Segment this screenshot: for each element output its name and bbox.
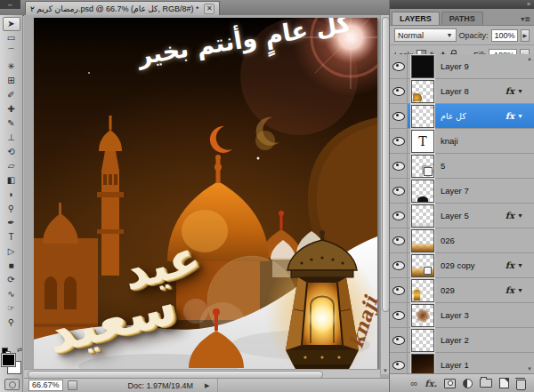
default-colors-icon[interactable] — [2, 348, 8, 354]
document-canvas[interactable]: كُل عامٍ وأنتم بخير عيد سعيد knaji — [34, 18, 377, 373]
layer-row[interactable]: 026 fx ▼ — [390, 228, 534, 253]
tool-button[interactable]: ◗ — [3, 188, 20, 202]
layer-row[interactable]: Layer 2 fx ▼ — [390, 328, 534, 353]
layer-visibility-cell[interactable] — [390, 104, 408, 128]
layer-thumbnail[interactable] — [411, 180, 434, 203]
tool-button[interactable]: ➤ — [3, 17, 20, 31]
eye-icon[interactable] — [392, 236, 405, 245]
zoom-level-field[interactable]: 66.67% — [28, 380, 63, 391]
canvas-horizontal-scrollbar[interactable] — [24, 369, 380, 378]
layer-name[interactable]: كل عام — [438, 111, 506, 121]
eye-icon[interactable] — [392, 311, 405, 320]
layer-row[interactable]: Layer 7 fx ▼ — [390, 179, 534, 204]
status-options-arrow-icon[interactable]: ▶ — [205, 382, 209, 389]
tool-button[interactable]: ∿ — [3, 287, 20, 301]
tab-close-icon[interactable]: ✕ — [204, 4, 214, 14]
tool-button[interactable]: ⊞ — [3, 74, 20, 88]
fx-expand-icon[interactable]: ▼ — [517, 88, 523, 94]
fx-expand-icon[interactable]: ▼ — [517, 113, 523, 119]
fx-expand-icon[interactable]: ▼ — [517, 287, 523, 293]
layer-thumbnail[interactable] — [411, 354, 434, 374]
layer-row[interactable]: 029 copy fx ▼ — [390, 253, 534, 278]
layer-style-indicator[interactable]: fx ▼ — [506, 211, 534, 220]
panel-collapse-icon[interactable]: » — [390, 0, 534, 9]
opacity-value-field[interactable]: 100% — [491, 29, 518, 42]
layer-visibility-cell[interactable] — [390, 204, 408, 228]
layer-row[interactable]: T knaji fx ▼ — [390, 129, 534, 154]
tool-button[interactable]: ◧ — [3, 173, 20, 188]
tool-button[interactable]: ▭ — [3, 31, 20, 45]
add-layer-mask-icon[interactable] — [444, 379, 456, 388]
quick-mask-button[interactable] — [4, 379, 20, 390]
tool-button[interactable]: ⟲ — [3, 145, 20, 159]
layer-visibility-cell[interactable] — [390, 303, 408, 327]
tool-button[interactable]: ✒ — [3, 216, 20, 230]
layer-name[interactable]: Layer 9 — [438, 61, 506, 71]
layer-visibility-cell[interactable] — [390, 154, 408, 178]
foreground-color-swatch[interactable] — [2, 354, 15, 366]
layer-visibility-cell[interactable] — [390, 328, 408, 352]
eye-icon[interactable] — [392, 162, 405, 171]
opacity-spinner-icon[interactable]: ▶ — [521, 29, 530, 42]
link-layers-icon[interactable]: ∞ — [410, 374, 417, 392]
tool-button[interactable]: T — [3, 230, 20, 244]
layer-visibility-cell[interactable] — [390, 129, 408, 153]
layer-thumbnail[interactable] — [411, 329, 434, 352]
tab-layers[interactable]: LAYERS — [392, 12, 440, 25]
layer-name[interactable]: Layer 5 — [438, 211, 506, 220]
layer-style-indicator[interactable]: fx ▼ — [506, 86, 534, 96]
layers-scroll-down-icon[interactable]: ▼ — [527, 366, 532, 372]
layer-thumbnail[interactable] — [411, 254, 434, 277]
layer-visibility-cell[interactable] — [390, 79, 408, 103]
layer-row[interactable]: 029 fx ▼ — [390, 278, 534, 303]
toolbar-collapse-icon[interactable]: ↔ — [0, 0, 20, 9]
blend-mode-select[interactable]: Normal ▼ — [394, 28, 457, 42]
eye-icon[interactable] — [392, 261, 405, 270]
layer-thumbnail[interactable] — [411, 55, 434, 78]
layer-thumbnail[interactable] — [411, 304, 434, 327]
layer-thumbnail[interactable] — [411, 155, 434, 178]
layer-name[interactable]: knaji — [438, 136, 506, 146]
eye-icon[interactable] — [392, 361, 405, 370]
panel-menu-icon[interactable]: ▾≣ — [521, 15, 534, 25]
tool-button[interactable]: ▷ — [3, 244, 20, 259]
layer-thumbnail[interactable] — [411, 204, 434, 228]
tool-button[interactable]: ⊥ — [3, 131, 20, 145]
layer-name[interactable]: 026 — [438, 236, 506, 245]
layer-name[interactable]: Layer 3 — [438, 310, 506, 320]
delete-layer-icon[interactable] — [516, 380, 526, 390]
layer-row[interactable]: Layer 3 fx ▼ — [390, 303, 534, 328]
tool-button[interactable]: ⌒ — [3, 45, 20, 60]
layer-row[interactable]: Layer 1 fx ▼ — [390, 353, 534, 373]
new-layer-icon[interactable] — [499, 378, 509, 388]
new-group-icon[interactable] — [480, 379, 492, 388]
tool-button[interactable]: ⚲ — [3, 202, 20, 216]
layer-style-indicator[interactable]: fx ▼ — [506, 285, 534, 295]
layer-thumbnail[interactable]: T — [411, 130, 434, 153]
tool-button[interactable]: ⟳ — [3, 273, 20, 287]
eye-icon[interactable] — [392, 137, 405, 146]
layers-scroll-up-icon[interactable]: ▲ — [527, 56, 532, 61]
tool-button[interactable]: ⚲ — [3, 316, 20, 330]
layer-name[interactable]: Layer 1 — [438, 360, 506, 370]
eye-icon[interactable] — [392, 62, 405, 71]
layer-thumbnail[interactable] — [411, 279, 434, 302]
layer-visibility-cell[interactable] — [390, 278, 408, 302]
layer-name[interactable]: 5 — [438, 161, 506, 171]
eye-icon[interactable] — [392, 87, 405, 96]
tool-button[interactable]: ✐ — [3, 88, 20, 102]
layer-row[interactable]: Layer 9 fx ▼ — [390, 54, 534, 79]
tool-button[interactable]: ✚ — [3, 102, 20, 116]
layer-thumbnail[interactable] — [411, 80, 434, 103]
eye-icon[interactable] — [392, 336, 405, 345]
eye-icon[interactable] — [392, 212, 405, 220]
layer-name[interactable]: 029 — [438, 285, 506, 295]
layer-row[interactable]: Layer 5 fx ▼ — [390, 204, 534, 228]
tab-paths[interactable]: PATHS — [441, 12, 483, 25]
layer-thumbnail[interactable] — [411, 105, 434, 128]
layer-visibility-cell[interactable] — [390, 353, 408, 373]
tool-button[interactable]: ✎ — [3, 116, 20, 131]
swap-colors-icon[interactable]: ⇄ — [17, 347, 22, 354]
layer-visibility-cell[interactable] — [390, 54, 408, 78]
layer-name[interactable]: 029 copy — [438, 260, 506, 270]
